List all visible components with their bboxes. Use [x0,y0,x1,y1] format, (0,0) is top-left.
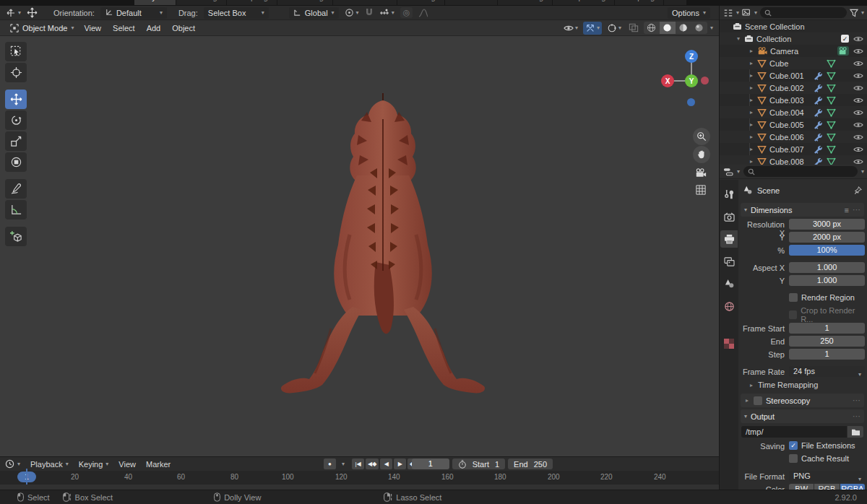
tab-shading[interactable]: Shading [397,0,444,5]
axis-x-ball[interactable]: X [661,74,674,87]
aspect-y-field[interactable]: 1.000 [789,275,865,286]
properties-search-input[interactable] [743,166,858,177]
render-region-checkbox[interactable] [789,293,798,302]
modifier-wrench-icon[interactable] [813,95,822,105]
aspect-x-field[interactable]: 1.000 [789,262,865,273]
axis-x-negative-dot[interactable] [701,77,709,84]
panel-stereoscopy-header[interactable]: ▸ Stereoscopy ⋯ [741,394,864,407]
tool-move[interactable] [5,90,27,109]
frame-rate-dropdown[interactable]: 24 fps ▾ [789,366,865,377]
disclosure-closed-icon[interactable]: ▸ [749,72,754,79]
menu-keying[interactable]: Keying ▾ [74,460,114,469]
menu-timeline-view[interactable]: View [113,460,141,469]
file-format-dropdown[interactable]: PNG ▾ [789,471,865,482]
disclosure-closed-icon[interactable]: ▸ [749,60,754,66]
output-path-field[interactable]: /tmp/ [741,426,847,438]
panel-output-header[interactable]: ▾ Output ⋯ [741,409,864,423]
mesh-data-icon[interactable] [827,121,836,129]
modifier-wrench-icon[interactable] [813,71,822,80]
presets-icon[interactable]: ≡ [845,206,849,214]
modifier-wrench-icon[interactable] [813,144,822,154]
tool-scale[interactable] [5,131,27,151]
outliner-row-cube005[interactable]: ▸ Cube.005 [720,118,867,131]
end-value[interactable]: 250 [534,460,547,469]
outliner-row-cube006[interactable]: ▸ Cube.006 [720,131,867,143]
eye-icon[interactable] [853,121,863,129]
eye-icon[interactable] [853,97,863,104]
add-workspace-button[interactable]: + [664,0,686,5]
tab-modeling[interactable]: Modeling [176,0,226,5]
mesh-data-icon[interactable] [827,157,836,165]
outliner-row-cube007[interactable]: ▸ Cube.007 [720,143,867,155]
eye-icon[interactable] [853,35,863,43]
filter-icon[interactable] [850,9,858,17]
play-button[interactable]: ▶ [394,459,406,469]
modifier-wrench-icon[interactable] [813,157,822,165]
model-creature[interactable] [275,90,491,412]
pin-icon[interactable] [853,186,862,195]
snap-toggle-button[interactable] [365,8,374,17]
outliner-row-cube001[interactable]: ▸ Cube.001 [720,69,867,82]
transform-orientation-dropdown[interactable]: Global ▾ [289,7,339,19]
pan-button[interactable] [693,146,710,163]
disclosure-closed-icon[interactable]: ▸ [749,121,754,128]
mesh-data-icon[interactable] [827,145,836,154]
eye-icon[interactable] [853,60,863,67]
tab-scene[interactable] [720,275,738,292]
eye-icon[interactable] [853,158,863,165]
axis-z-negative-dot[interactable] [687,98,695,106]
xray-toggle[interactable] [626,22,641,34]
tool-rotate[interactable] [5,110,27,130]
eye-icon[interactable] [853,72,863,79]
panel-options-icon[interactable]: ⋯ [853,205,860,214]
eye-icon[interactable] [853,109,863,116]
overlays-toggle[interactable]: ▾ [605,22,624,35]
outliner-row-camera[interactable]: ▸ Camera [720,45,867,57]
panel-dimensions-header[interactable]: ▾ Dimensions ≡ ⋯ [741,203,864,217]
menu-view[interactable]: View [78,22,107,35]
pivot-point-button[interactable]: ▾ [345,8,359,17]
menu-add[interactable]: Add [141,22,167,35]
tool-measure[interactable] [5,200,27,220]
breadcrumb-scene[interactable]: Scene [757,186,780,195]
tab-uv-editing[interactable]: UV Editing [277,0,332,5]
display-mode-icon[interactable] [742,9,751,17]
tab-world[interactable] [720,297,738,315]
timeline-editor-type-button[interactable]: ▾ [0,459,25,469]
chevron-down-icon[interactable]: ▾ [861,168,864,175]
viewport-3d[interactable]: Z X Y [0,36,719,456]
outliner-row-cube004[interactable]: ▸ Cube.004 [720,106,867,118]
frame-step-field[interactable]: 1 [789,349,865,360]
outliner-row-cube008[interactable]: ▸ Cube.008 [720,155,867,165]
crop-checkbox[interactable] [789,310,797,319]
tab-view-layer[interactable] [720,253,738,270]
tool-add-cube[interactable] [5,227,27,246]
modifier-wrench-icon[interactable] [813,83,822,92]
current-frame-field[interactable]: 1 [412,459,449,469]
gizmos-toggle[interactable]: ▾ [583,22,602,35]
mesh-data-icon[interactable] [827,84,836,92]
tab-tool[interactable] [720,186,738,203]
modifier-wrench-icon[interactable] [813,132,822,142]
disclosure-closed-icon[interactable]: ▸ [749,109,754,116]
stereoscopy-checkbox[interactable] [754,396,762,405]
outliner-row-collection[interactable]: ▾ Collection ✓ [720,32,867,45]
tab-scripting[interactable]: Scripting [615,0,663,5]
outliner-row-scene-collection[interactable]: Scene Collection [720,20,867,32]
frame-start-field[interactable]: 1 [789,323,865,334]
eye-icon[interactable] [853,134,863,141]
disclosure-closed-icon[interactable]: ▸ [749,84,754,91]
outliner-row-cube003[interactable]: ▸ Cube.003 [720,94,867,106]
axis-y-ball[interactable]: Y [685,74,698,87]
panel-options-icon[interactable]: ⋯ [853,396,860,405]
disclosure-closed-icon[interactable]: ▸ [749,134,754,140]
menu-object[interactable]: Object [166,22,201,35]
tab-output[interactable] [720,230,738,248]
proportional-falloff-button[interactable] [418,9,428,17]
cache-result-checkbox[interactable] [789,454,798,463]
disclosure-closed-icon[interactable]: ▸ [749,146,754,152]
resolution-y-field[interactable]: 2000 px [789,232,865,243]
tab-rendering[interactable]: Rendering [498,0,552,5]
play-reverse-button[interactable]: ◀ [380,459,392,469]
menu-marker[interactable]: Marker [141,460,176,469]
